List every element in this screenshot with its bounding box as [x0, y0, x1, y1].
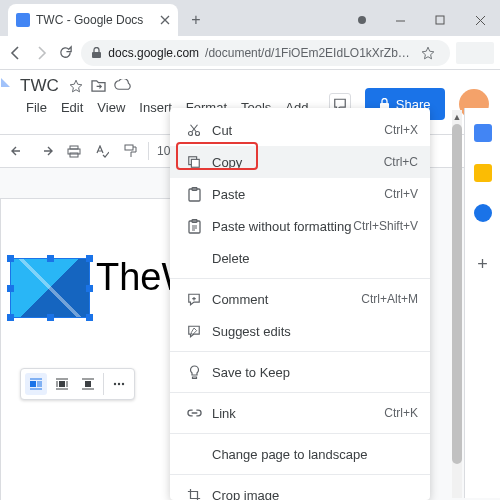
window-controls	[344, 4, 500, 36]
menu-item-label: Delete	[212, 251, 418, 266]
print-button[interactable]	[64, 141, 84, 161]
menu-item-cut[interactable]: CutCtrl+X	[170, 114, 430, 146]
menu-item-suggest-edits[interactable]: Suggest edits	[170, 315, 430, 347]
menu-item-label: Copy	[212, 155, 384, 170]
svg-point-13	[122, 383, 124, 385]
svg-rect-9	[59, 381, 65, 387]
resize-handle[interactable]	[47, 255, 54, 262]
wrap-text-button[interactable]	[51, 373, 73, 395]
tasks-addon-icon[interactable]	[474, 204, 492, 222]
menu-shortcut: Ctrl+C	[384, 155, 418, 169]
menu-item-label: Paste without formatting	[212, 219, 353, 234]
menu-item-delete[interactable]: Delete	[170, 242, 430, 274]
url-host: docs.google.com	[108, 46, 199, 60]
redo-button[interactable]	[36, 141, 56, 161]
star-icon[interactable]	[69, 79, 83, 93]
get-addons-button[interactable]: +	[477, 254, 488, 275]
image-wrap-toolbar	[20, 368, 135, 400]
spellcheck-button[interactable]	[92, 141, 112, 161]
menu-item-copy[interactable]: CopyCtrl+C	[170, 146, 430, 178]
tab-title: TWC - Google Docs	[36, 13, 154, 27]
vertical-scrollbar[interactable]: ▲	[452, 110, 462, 498]
keep-icon	[182, 365, 206, 379]
cloud-status-icon[interactable]	[114, 79, 131, 93]
wrap-inline-button[interactable]	[25, 373, 47, 395]
menu-item-paste[interactable]: PasteCtrl+V	[170, 178, 430, 210]
browser-toolbar: docs.google.com /document/d/1FiOEm2EIdLO…	[0, 36, 500, 70]
keep-addon-icon[interactable]	[474, 164, 492, 182]
menu-item-save-to-keep[interactable]: Save to Keep	[170, 356, 430, 388]
crop-icon	[182, 488, 206, 500]
url-path: /document/d/1FiOEm2EIdLO1kXrZb…	[205, 46, 410, 60]
menu-view[interactable]: View	[91, 98, 131, 132]
paste-plain-icon	[182, 219, 206, 234]
menu-item-label: Save to Keep	[212, 365, 418, 380]
menu-edit[interactable]: Edit	[55, 98, 89, 132]
menu-separator	[170, 392, 430, 393]
paint-format-button[interactable]	[120, 141, 140, 161]
wrap-more-button[interactable]	[108, 373, 130, 395]
paste-icon	[182, 187, 206, 202]
minimize-button[interactable]	[380, 4, 420, 36]
maximize-button[interactable]	[420, 4, 460, 36]
scroll-up-icon[interactable]: ▲	[452, 110, 462, 124]
menu-item-crop-image[interactable]: Crop image	[170, 479, 430, 500]
lock-icon	[91, 47, 102, 59]
browser-tab[interactable]: TWC - Google Docs	[8, 4, 178, 36]
menu-separator	[170, 474, 430, 475]
back-button[interactable]	[6, 40, 25, 66]
selected-image[interactable]	[10, 258, 90, 318]
svg-point-11	[114, 383, 116, 385]
menu-file[interactable]: File	[20, 98, 53, 132]
undo-button[interactable]	[8, 141, 28, 161]
calendar-addon-icon[interactable]	[474, 124, 492, 142]
menu-item-link[interactable]: LinkCtrl+K	[170, 397, 430, 429]
bookmark-icon[interactable]	[416, 46, 440, 60]
resize-handle[interactable]	[7, 255, 14, 262]
svg-point-12	[118, 383, 120, 385]
menu-item-label: Change page to landscape	[212, 447, 418, 462]
copy-icon	[182, 155, 206, 169]
account-icon[interactable]	[344, 4, 380, 36]
docs-favicon	[16, 13, 30, 27]
cut-icon	[182, 123, 206, 137]
svg-point-14	[188, 131, 192, 135]
close-window-button[interactable]	[460, 4, 500, 36]
wrap-break-button[interactable]	[77, 373, 99, 395]
forward-button[interactable]	[31, 40, 50, 66]
image-content	[11, 259, 89, 317]
side-panel: +	[464, 108, 500, 498]
menu-shortcut: Ctrl+Alt+M	[361, 292, 418, 306]
address-bar[interactable]: docs.google.com /document/d/1FiOEm2EIdLO…	[81, 40, 449, 66]
resize-handle[interactable]	[7, 314, 14, 321]
menu-item-paste-without-formatting[interactable]: Paste without formattingCtrl+Shift+V	[170, 210, 430, 242]
browser-titlebar: TWC - Google Docs +	[0, 0, 500, 36]
move-icon[interactable]	[91, 79, 106, 93]
reload-button[interactable]	[56, 40, 75, 66]
resize-handle[interactable]	[86, 285, 93, 292]
resize-handle[interactable]	[86, 314, 93, 321]
link-icon	[182, 409, 206, 417]
svg-point-0	[358, 16, 366, 24]
menu-shortcut: Ctrl+Shift+V	[353, 219, 418, 233]
svg-rect-7	[125, 145, 133, 150]
menu-item-comment[interactable]: CommentCtrl+Alt+M	[170, 283, 430, 315]
svg-rect-2	[92, 52, 101, 58]
svg-rect-17	[191, 159, 199, 167]
resize-handle[interactable]	[47, 314, 54, 321]
menu-item-label: Suggest edits	[212, 324, 418, 339]
svg-rect-1	[436, 16, 444, 24]
scrollbar-thumb[interactable]	[452, 124, 462, 464]
close-icon[interactable]	[160, 15, 170, 25]
suggest-icon	[182, 325, 206, 338]
menu-separator	[170, 351, 430, 352]
resize-handle[interactable]	[7, 285, 14, 292]
menu-item-label: Cut	[212, 123, 384, 138]
new-tab-button[interactable]: +	[182, 6, 210, 34]
extensions-area[interactable]	[456, 42, 494, 64]
menu-item-label: Crop image	[212, 488, 418, 501]
menu-item-change-page-to-landscape[interactable]: Change page to landscape	[170, 438, 430, 470]
context-menu: CutCtrl+XCopyCtrl+CPasteCtrl+VPaste with…	[170, 108, 430, 500]
resize-handle[interactable]	[86, 255, 93, 262]
document-title[interactable]: TWC	[20, 76, 59, 96]
